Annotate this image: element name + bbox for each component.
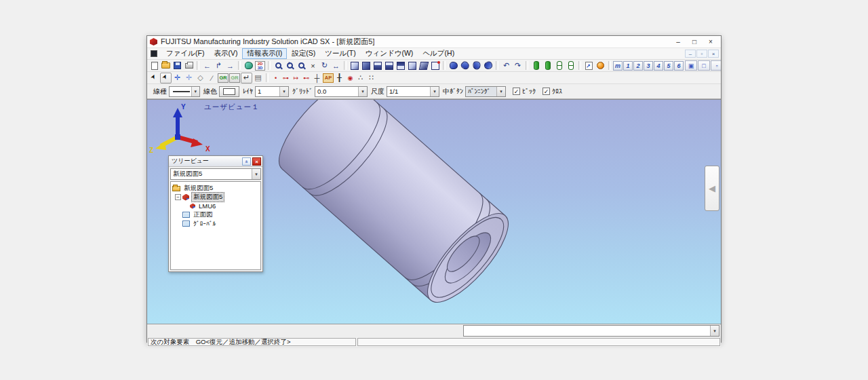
solid-view-3-button[interactable] (471, 60, 482, 71)
tree-panel-titlebar[interactable]: ツリービュー « × (169, 156, 262, 167)
menu-settings[interactable]: 設定(S) (287, 48, 320, 59)
return-button[interactable]: ↵ (241, 73, 252, 83)
snap-mid-point-button[interactable]: ⊷ (301, 73, 311, 83)
tree-expand-icon[interactable]: − (175, 194, 181, 200)
move-button[interactable]: ✛ (172, 73, 183, 83)
view-memory-3-button[interactable]: 3 (644, 61, 653, 71)
group-solid-button[interactable]: GR (218, 73, 229, 83)
group-outline-button[interactable]: GR (229, 73, 240, 83)
print-button[interactable] (183, 60, 195, 71)
window-small-button[interactable]: ▫ (711, 60, 721, 71)
view-top-button[interactable] (395, 60, 406, 71)
model-cylinder[interactable] (267, 100, 521, 314)
menu-tools[interactable]: ツール(T) (320, 48, 360, 59)
menu-file[interactable]: ファイル(F) (161, 48, 209, 59)
window-maximize-button[interactable]: □ (698, 60, 710, 71)
middle-button-select[interactable]: ﾊﾟﾝﾆﾝｸﾞ▾ (465, 86, 506, 97)
menu-window[interactable]: ウィンドウ(W) (361, 48, 418, 59)
layer-outline-1-button[interactable] (553, 60, 565, 71)
maximize-button[interactable]: □ (687, 37, 702, 47)
solid-view-2-button[interactable] (459, 60, 471, 71)
snap-on-line-button[interactable]: ⊶ (281, 73, 291, 83)
view-branch-button[interactable]: ↱ (213, 60, 224, 71)
zoom-button[interactable] (273, 60, 284, 71)
solid-view-4-button[interactable] (482, 60, 494, 71)
menu-help[interactable]: ヘルプ(H) (418, 48, 459, 59)
zoom-out-button[interactable]: − (296, 60, 307, 71)
scale-select[interactable]: 1/1▾ (387, 86, 439, 97)
view-right-button[interactable] (406, 60, 418, 71)
view-points-button[interactable] (429, 60, 441, 71)
layer-select[interactable]: 1▾ (255, 86, 289, 97)
view-back-button[interactable]: ← (201, 60, 213, 71)
cross-checkbox[interactable]: ✓ｸﾛｽ (542, 88, 562, 95)
view-iso-wire-button[interactable] (349, 60, 360, 71)
undo-button[interactable]: ↶ (500, 60, 512, 71)
snap-dot-grid-button[interactable]: ∷ (366, 73, 377, 83)
select-arrow-icon (161, 73, 170, 82)
child-close-button[interactable]: × (708, 50, 719, 58)
view-left-button[interactable] (372, 60, 383, 71)
layer-solid-1-button[interactable] (530, 60, 542, 71)
snap-divide-button[interactable]: ∴ (355, 73, 366, 83)
snap-center-button[interactable]: ◉ (345, 73, 355, 83)
save-button[interactable] (172, 60, 183, 71)
sketch-button[interactable] (583, 60, 595, 71)
select-cursor-button[interactable] (149, 73, 160, 83)
tree-close-button[interactable]: × (252, 157, 261, 166)
snap-grid-cross-button[interactable]: ╂ (334, 73, 345, 83)
menu-info-display[interactable]: 情報表示(I) (242, 48, 287, 59)
tree-item-model[interactable]: − 新規図面5 (172, 193, 259, 202)
snap-intersection-button[interactable]: ┼ (311, 73, 323, 83)
view-front-button[interactable] (383, 60, 395, 71)
minimize-button[interactable]: – (671, 37, 686, 47)
side-panel-collapse-button[interactable]: ◀ (705, 166, 719, 211)
grid-select[interactable]: 0.0▾ (315, 86, 368, 97)
tree-collapse-button[interactable]: « (242, 157, 251, 166)
structure-list-button[interactable]: ▤ (252, 73, 264, 83)
view-memory-6-button[interactable]: 6 (674, 61, 684, 71)
erase-button[interactable]: ∕ (206, 73, 218, 83)
view-forward-button[interactable]: → (224, 60, 236, 71)
view-memory-4-button[interactable]: 4 (654, 61, 663, 71)
pick-checkbox[interactable]: ✓ﾋﾟｯｸ (513, 88, 536, 95)
command-input-combo[interactable]: ▾ (463, 325, 719, 337)
view-memory-2-button[interactable]: 2 (633, 61, 643, 71)
tree-item-front-view[interactable]: 正面図 (172, 210, 259, 219)
view-book-button[interactable] (418, 60, 429, 71)
zoom-cancel-button[interactable]: × (307, 60, 319, 71)
redraw-button[interactable]: ↻ (319, 60, 330, 71)
line-type-select[interactable]: ▾ (169, 86, 200, 97)
polygon-button[interactable]: ◇ (195, 73, 206, 83)
layer-solid-2-button[interactable] (542, 60, 553, 71)
copy-button[interactable]: ✛ (183, 73, 195, 83)
child-minimize-button[interactable]: – (685, 50, 696, 58)
view-iso-shaded-button[interactable] (360, 60, 372, 71)
open-file-button[interactable] (160, 60, 172, 71)
snap-point-button[interactable]: • (271, 73, 281, 83)
child-restore-button[interactable]: ▫ (696, 50, 707, 58)
menu-view[interactable]: 表示(V) (209, 48, 242, 59)
select-mode-button[interactable] (160, 73, 172, 83)
view-memory-5-button[interactable]: 5 (664, 61, 673, 71)
parts-button[interactable] (243, 60, 254, 71)
tree-item-part[interactable]: LMU6 (172, 202, 259, 210)
material-button[interactable] (595, 60, 606, 71)
solid-view-1-button[interactable] (448, 60, 459, 71)
3d-viewport[interactable]: Y X Z ユーザビュー１ (147, 99, 721, 324)
window-cascade-button[interactable]: ▣ (685, 60, 697, 71)
view-memory-m-button[interactable]: m (613, 61, 623, 71)
line-color-button[interactable] (219, 86, 239, 97)
zoom-in-button[interactable]: + (284, 60, 296, 71)
close-button[interactable]: × (703, 37, 718, 47)
2d-3d-toggle-button[interactable]: 2D 3D (254, 60, 266, 71)
new-file-button[interactable] (149, 60, 160, 71)
view-memory-1-button[interactable]: 1 (623, 61, 633, 71)
layer-outline-2-button[interactable] (565, 60, 576, 71)
redo-button[interactable]: ↷ (512, 60, 524, 71)
fit-view-button[interactable]: ↔ (330, 60, 342, 71)
snap-ap-button[interactable]: AP (323, 73, 334, 83)
tree-drawing-select[interactable]: 新規図面5 ▾ (170, 168, 261, 180)
snap-end-point-button[interactable]: ↦ (291, 73, 301, 83)
tree-item-global[interactable]: ｸﾞﾛｰﾊﾞﾙ (172, 219, 259, 228)
